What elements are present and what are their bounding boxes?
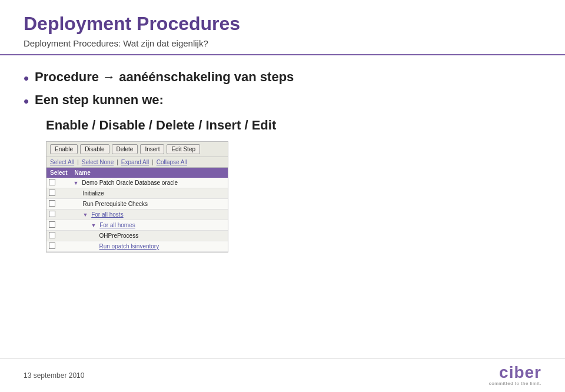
row-name-cell: ▼ For all homes: [71, 220, 228, 231]
ciber-logo-text: ciber: [499, 364, 541, 381]
row-checkbox-cell: [46, 231, 71, 241]
row-checkbox[interactable]: [49, 190, 55, 196]
row-label: Demo Patch Oracle Database oracle: [82, 180, 178, 186]
table-row: OHPreProcess: [46, 231, 228, 241]
slide-container: Deployment Procedures Deployment Procedu…: [0, 0, 565, 392]
slide-header: Deployment Procedures Deployment Procedu…: [0, 0, 565, 55]
row-name-cell: Run Prerequisite Checks: [71, 199, 228, 210]
row-label: OHPreProcess: [99, 232, 138, 239]
bullet2-text: Een step kunnen we:: [35, 92, 164, 108]
row-checkbox-cell: [46, 220, 71, 231]
row-checkbox[interactable]: [49, 200, 55, 207]
row-label: Initialize: [82, 190, 104, 197]
ui-panel: Enable Disable Delete Insert Edit Step S…: [46, 141, 228, 253]
sep3: |: [152, 159, 154, 165]
row-name-cell: ▼ Demo Patch Oracle Database oracle: [71, 178, 228, 188]
bullet1-text: Procedure → aanéénschakeling van steps: [35, 69, 294, 85]
row-checkbox-cell: [46, 188, 71, 199]
row-checkbox[interactable]: [49, 221, 55, 228]
row-checkbox[interactable]: [49, 242, 55, 249]
bullet-item-1: Procedure → aanéénschakeling van steps: [24, 69, 541, 88]
col-name: Name: [71, 168, 228, 178]
delete-button[interactable]: Delete: [112, 144, 138, 154]
ciber-logo: ciber committed to the limit.: [489, 364, 541, 386]
procedure-table: Select Name ▼ Demo Patch Oracle Database…: [46, 168, 228, 252]
row-checkbox[interactable]: [49, 211, 55, 217]
row-checkbox-cell: [46, 241, 71, 252]
row-name-cell: Run opatch lsinventory: [71, 241, 228, 252]
ui-links-bar: Select All | Select None | Expand All | …: [46, 157, 228, 168]
bullet-item-2: Een step kunnen we:: [24, 92, 541, 111]
row-label: Run Prerequisite Checks: [82, 201, 148, 207]
row-name-cell: Initialize: [71, 188, 228, 199]
table-row: Run opatch lsinventory: [46, 241, 228, 252]
row-checkbox-cell: [46, 178, 71, 188]
table-row: ▼ For all hosts: [46, 210, 228, 220]
tree-arrow-icon: ▼: [73, 180, 78, 186]
collapse-all-link[interactable]: Collapse All: [157, 159, 187, 165]
table-row: Run Prerequisite Checks: [46, 199, 228, 210]
row-link[interactable]: For all hosts: [91, 211, 123, 218]
row-checkbox-cell: [46, 210, 71, 220]
tree-arrow-icon: ▼: [82, 212, 88, 218]
insert-button[interactable]: Insert: [140, 144, 164, 154]
ciber-tagline: committed to the limit.: [489, 381, 541, 386]
footer-date: 13 september 2010: [24, 371, 84, 380]
row-link[interactable]: For all homes: [99, 222, 135, 228]
row-name-cell: ▼ For all hosts: [71, 210, 228, 220]
enable-button[interactable]: Enable: [50, 144, 78, 154]
slide-footer: 13 september 2010 ciber committed to the…: [0, 358, 565, 392]
row-checkbox[interactable]: [49, 232, 55, 238]
sep1: |: [77, 159, 79, 165]
slide-title: Deployment Procedures: [24, 13, 541, 35]
row-checkbox-cell: [46, 199, 71, 210]
bullet-list: Procedure → aanéénschakeling van steps E…: [24, 69, 541, 111]
expand-all-link[interactable]: Expand All: [121, 159, 149, 165]
row-checkbox[interactable]: [49, 179, 55, 185]
select-all-link[interactable]: Select All: [50, 159, 74, 165]
table-row: Initialize: [46, 188, 228, 199]
row-link[interactable]: Run opatch lsinventory: [99, 243, 159, 250]
slide-content: Procedure → aanéénschakeling van steps E…: [0, 55, 565, 358]
table-row: ▼ Demo Patch Oracle Database oracle: [46, 178, 228, 188]
table-row: ▼ For all homes: [46, 220, 228, 231]
disable-button[interactable]: Disable: [80, 144, 109, 154]
tree-arrow-icon: ▼: [91, 222, 96, 228]
sub-text: Enable / Disable / Delete / Insert / Edi…: [46, 118, 541, 133]
ui-toolbar: Enable Disable Delete Insert Edit Step: [46, 142, 228, 157]
col-select: Select: [46, 168, 71, 178]
sep2: |: [117, 159, 118, 165]
edit-step-button[interactable]: Edit Step: [167, 144, 200, 154]
row-name-cell: OHPreProcess: [71, 231, 228, 241]
slide-subtitle: Deployment Procedures: Wat zijn dat eige…: [24, 38, 541, 48]
select-none-link[interactable]: Select None: [82, 159, 114, 165]
